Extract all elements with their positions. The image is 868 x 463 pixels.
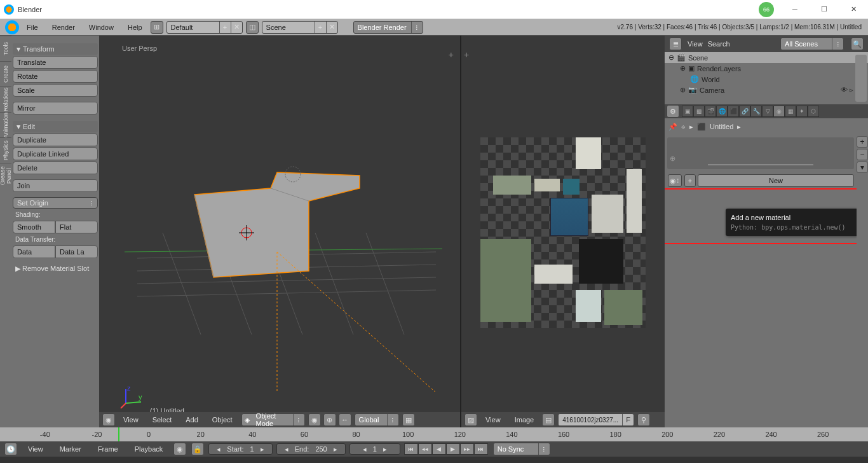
tree-scene[interactable]: ⊖🎬Scene	[665, 52, 868, 63]
join-button[interactable]: Join	[13, 179, 98, 192]
delete-button[interactable]: Delete	[13, 162, 98, 174]
tab-animation[interactable]: Animation	[0, 112, 11, 137]
close-button[interactable]: ✕	[839, 0, 868, 19]
vp-view[interactable]: View	[117, 412, 145, 427]
img-view[interactable]: View	[479, 412, 507, 427]
shading-icon[interactable]: ◉	[308, 413, 321, 426]
menu-file[interactable]: File	[20, 20, 44, 35]
outliner-view[interactable]: View	[688, 40, 703, 48]
layout-selector[interactable]: Default+✕	[166, 21, 243, 34]
data-layout-button[interactable]: Data La	[55, 245, 98, 258]
tab-relations[interactable]: Relations	[0, 86, 11, 112]
slot-menu-button[interactable]: ▾	[857, 162, 868, 173]
search-icon[interactable]: 🔍	[851, 38, 864, 50]
slot-remove-button[interactable]: −	[857, 149, 868, 160]
image-browse-icon[interactable]: ▤	[542, 413, 555, 426]
mirror-button[interactable]: Mirror	[13, 102, 98, 114]
viewport-plus-icon[interactable]: +	[449, 50, 454, 60]
tab-data[interactable]: ▽	[762, 106, 773, 117]
data-button[interactable]: Data	[13, 245, 55, 258]
scene-icon[interactable]: ◫	[246, 21, 259, 34]
start-frame-field[interactable]: ◂Start:1▸	[208, 443, 272, 455]
keyframe-prev-button[interactable]: ◂◂	[418, 443, 432, 455]
maximize-button[interactable]: ☐	[810, 0, 839, 19]
material-add-icon[interactable]: +	[684, 174, 696, 187]
lock-icon[interactable]: 🔒	[191, 443, 204, 455]
image-plus-icon[interactable]: +	[464, 50, 469, 60]
timeline-ruler[interactable]: -40-200204060801001201401601802002202402…	[0, 427, 868, 441]
tl-playback[interactable]: Playback	[128, 441, 170, 457]
tl-frame[interactable]: Frame	[92, 441, 125, 457]
tab-grease-pencil[interactable]: Grease Pencil	[0, 163, 11, 188]
tab-object[interactable]: ⬛	[728, 106, 739, 117]
tab-world[interactable]: 🌐	[716, 106, 728, 117]
mode-selector[interactable]: ◈Object Mode⫶	[241, 413, 305, 426]
tl-marker[interactable]: Marker	[53, 441, 88, 457]
editor-type-icon[interactable]: ▨	[465, 413, 477, 426]
tab-material[interactable]: ◉	[773, 106, 785, 117]
image-file-field[interactable]: 416100102jz0327...F	[558, 413, 634, 426]
end-frame-field[interactable]: ◂End:250▸	[276, 443, 346, 455]
slot-add-button[interactable]: +	[857, 136, 868, 148]
pin-icon[interactable]: ⚲	[637, 413, 650, 426]
rotate-button[interactable]: Rotate	[13, 70, 98, 83]
manipulator-icon[interactable]: ↔	[339, 413, 351, 426]
duplicate-linked-button[interactable]: Duplicate Linked	[13, 148, 98, 160]
editor-type-icon[interactable]: ≣	[669, 38, 682, 50]
editor-type-icon[interactable]: 🕓	[4, 443, 17, 455]
tab-texture[interactable]: ▦	[785, 106, 796, 117]
material-slot-list[interactable]: ⊕	[667, 137, 854, 169]
orientation-selector[interactable]: Global⫶	[355, 413, 399, 426]
outliner-tree[interactable]: ⊖🎬Scene ⊕▣RenderLayers▫ 🌐World ⊕📷Camera👁…	[665, 52, 868, 104]
current-frame-field[interactable]: ◂1▸	[349, 443, 400, 455]
auto-keyframe-icon[interactable]: ◉	[173, 443, 186, 455]
keyframe-next-button[interactable]: ▸▸	[460, 443, 474, 455]
outliner-search[interactable]: Search	[708, 40, 730, 48]
material-browse-icon[interactable]: ◉⫶	[668, 174, 682, 187]
tree-camera[interactable]: ⊕📷Camera👁 ▹ 📷	[665, 85, 868, 95]
engine-selector[interactable]: Blender Render⫶	[353, 21, 423, 34]
tab-render-layers[interactable]: ▩	[693, 106, 705, 117]
set-origin-dropdown[interactable]: Set Origin	[13, 197, 98, 209]
panel-transform[interactable]: Transform	[13, 43, 98, 55]
tab-constraints[interactable]: 🔗	[739, 106, 750, 117]
menu-window[interactable]: Window	[83, 20, 120, 35]
translate-button[interactable]: Translate	[13, 56, 98, 69]
scene-selector[interactable]: Scene+✕	[262, 21, 338, 34]
menu-help[interactable]: Help	[121, 20, 149, 35]
smooth-button[interactable]: Smooth	[13, 221, 55, 233]
duplicate-button[interactable]: Duplicate	[13, 134, 98, 146]
minimize-button[interactable]: ─	[780, 0, 810, 19]
tl-view[interactable]: View	[22, 441, 50, 457]
editor-type-icon[interactable]: ◉	[102, 413, 115, 426]
tree-renderlayers[interactable]: ⊕▣RenderLayers▫	[665, 63, 868, 74]
sync-selector[interactable]: No Sync⫶	[493, 443, 550, 455]
scale-button[interactable]: Scale	[13, 84, 98, 97]
image-editor[interactable]: + ▨ View Image ▤ 416100102jz0327...F ⚲	[461, 36, 665, 427]
playhead[interactable]	[118, 427, 119, 441]
tab-particles[interactable]: ✦	[796, 106, 808, 117]
screen-layout-icon[interactable]: ⊞	[151, 21, 163, 34]
tab-physics[interactable]: Physics	[0, 137, 11, 163]
vp-select[interactable]: Select	[146, 412, 179, 427]
play-reverse-button[interactable]: ◀	[432, 443, 446, 455]
panel-edit[interactable]: Edit	[13, 121, 98, 132]
pin-icon[interactable]: 📌	[668, 123, 677, 131]
layers-icon[interactable]: ▦	[402, 413, 415, 426]
vp-object[interactable]: Object	[206, 412, 239, 427]
tree-world[interactable]: 🌐World	[665, 74, 868, 85]
img-image[interactable]: Image	[508, 412, 541, 427]
tab-tools[interactable]: Tools	[0, 36, 11, 61]
editor-type-icon[interactable]: ⚙	[667, 105, 679, 118]
tab-create[interactable]: Create	[0, 61, 11, 86]
new-material-button[interactable]: New	[698, 174, 854, 187]
jump-start-button[interactable]: ⏮	[404, 443, 418, 455]
outliner-scrollbar[interactable]	[855, 55, 867, 102]
tab-render[interactable]: ▣	[682, 106, 693, 117]
jump-end-button[interactable]: ⏭	[474, 443, 488, 455]
pivot-icon[interactable]: ⊕	[323, 413, 336, 426]
flat-button[interactable]: Flat	[55, 221, 98, 233]
tab-physics-prop[interactable]: ⬡	[808, 106, 819, 117]
play-button[interactable]: ▶	[446, 443, 460, 455]
vp-add[interactable]: Add	[179, 412, 205, 427]
